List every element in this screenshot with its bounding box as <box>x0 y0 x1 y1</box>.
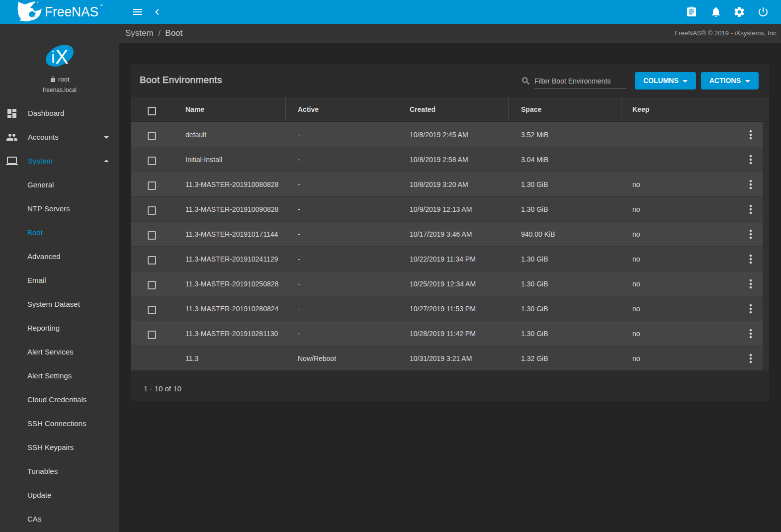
svg-text:X: X <box>55 46 69 68</box>
svg-text:i: i <box>51 47 55 66</box>
svg-text:™: ™ <box>99 4 103 7</box>
svg-text:FreeNAS: FreeNAS <box>45 4 98 19</box>
